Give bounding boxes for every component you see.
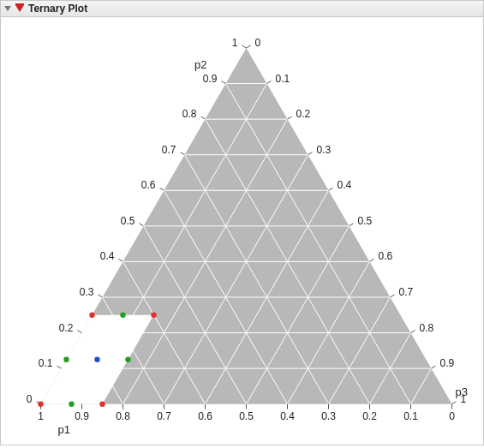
tick-p2-0.8: 0.8 bbox=[182, 108, 197, 120]
point-vertex-1 bbox=[151, 313, 156, 318]
tick-p3-0.2: 0.2 bbox=[296, 108, 311, 120]
svg-line-46 bbox=[160, 188, 164, 190]
svg-line-31 bbox=[57, 366, 62, 368]
tick-p1-0.4: 0.4 bbox=[280, 410, 295, 422]
tick-p1-0.2: 0.2 bbox=[362, 410, 377, 422]
tick-p3-0.7: 0.7 bbox=[399, 286, 414, 298]
svg-line-37 bbox=[99, 295, 103, 297]
tick-p2-0.2: 0.2 bbox=[59, 322, 74, 334]
tick-p1-0: 0 bbox=[449, 410, 455, 422]
tick-p1-0.7: 0.7 bbox=[157, 410, 171, 422]
svg-line-29 bbox=[247, 45, 251, 48]
tick-p3-0.5: 0.5 bbox=[358, 215, 373, 227]
tick-p1-1: 1 bbox=[38, 410, 44, 422]
svg-line-43 bbox=[140, 224, 144, 226]
point-center-8 bbox=[94, 357, 99, 362]
tick-p2-0.5: 0.5 bbox=[121, 215, 135, 227]
tick-p3-0.1: 0.1 bbox=[276, 73, 290, 85]
panel-header[interactable]: Ternary Plot bbox=[0, 0, 484, 17]
tick-p2-0: 0 bbox=[27, 393, 33, 405]
ternary-plot-panel: Ternary Plot 0000.10.10.10.20.20.20.30.3… bbox=[0, 0, 484, 445]
options-menu-icon[interactable] bbox=[15, 4, 24, 13]
svg-line-58 bbox=[242, 45, 247, 48]
tick-p1-0.1: 0.1 bbox=[403, 410, 418, 422]
svg-line-32 bbox=[267, 81, 272, 84]
point-edge-7 bbox=[63, 357, 69, 362]
tick-p3-0.4: 0.4 bbox=[338, 179, 352, 191]
svg-line-41 bbox=[329, 188, 333, 190]
axis-label-p1: p1 bbox=[58, 423, 70, 436]
tick-p3-0: 0 bbox=[255, 37, 261, 49]
tick-p3-0.9: 0.9 bbox=[440, 357, 455, 369]
svg-line-44 bbox=[350, 224, 354, 226]
svg-line-40 bbox=[119, 259, 123, 261]
plot-area: 0000.10.10.10.20.20.20.30.30.30.40.40.40… bbox=[0, 17, 484, 445]
axis-label-p3: p3 bbox=[456, 385, 468, 398]
disclosure-triangle-icon[interactable] bbox=[4, 6, 11, 11]
tick-p2-0.9: 0.9 bbox=[203, 73, 218, 85]
tick-p2-0.3: 0.3 bbox=[80, 286, 94, 298]
point-edge-5 bbox=[125, 357, 130, 362]
tick-p1-0.8: 0.8 bbox=[116, 410, 130, 422]
svg-line-59 bbox=[452, 402, 457, 404]
tick-p2-0.4: 0.4 bbox=[100, 250, 115, 262]
tick-p1-0.3: 0.3 bbox=[321, 410, 336, 422]
panel-title: Ternary Plot bbox=[28, 3, 87, 15]
tick-p1-0.5: 0.5 bbox=[239, 410, 254, 422]
svg-line-53 bbox=[411, 331, 415, 333]
tick-p2-0.7: 0.7 bbox=[162, 144, 176, 156]
svg-line-35 bbox=[288, 116, 292, 119]
tick-p3-0.6: 0.6 bbox=[379, 250, 393, 262]
tick-p2-0.6: 0.6 bbox=[141, 179, 156, 191]
point-vertex-3 bbox=[38, 401, 43, 406]
tick-p3-0.8: 0.8 bbox=[420, 322, 434, 334]
point-vertex-2 bbox=[99, 401, 105, 406]
point-edge-6 bbox=[69, 401, 74, 406]
svg-line-50 bbox=[391, 295, 395, 297]
tick-p2-1: 1 bbox=[232, 37, 238, 49]
tick-p3-0.3: 0.3 bbox=[317, 144, 332, 156]
point-vertex-0 bbox=[89, 313, 94, 318]
svg-line-47 bbox=[370, 259, 374, 261]
point-edge-4 bbox=[120, 313, 125, 318]
ternary-plot: 0000.10.10.10.20.20.20.30.30.30.40.40.40… bbox=[6, 22, 478, 439]
svg-line-52 bbox=[201, 116, 206, 119]
svg-line-55 bbox=[222, 81, 226, 84]
svg-line-56 bbox=[432, 366, 436, 368]
tick-p1-0.6: 0.6 bbox=[198, 410, 212, 422]
svg-line-34 bbox=[78, 331, 82, 333]
tick-p2-0.1: 0.1 bbox=[39, 357, 53, 369]
tick-p1-0.9: 0.9 bbox=[75, 410, 89, 422]
svg-line-38 bbox=[308, 152, 313, 155]
svg-line-49 bbox=[181, 152, 185, 155]
axis-label-p2: p2 bbox=[194, 58, 206, 71]
